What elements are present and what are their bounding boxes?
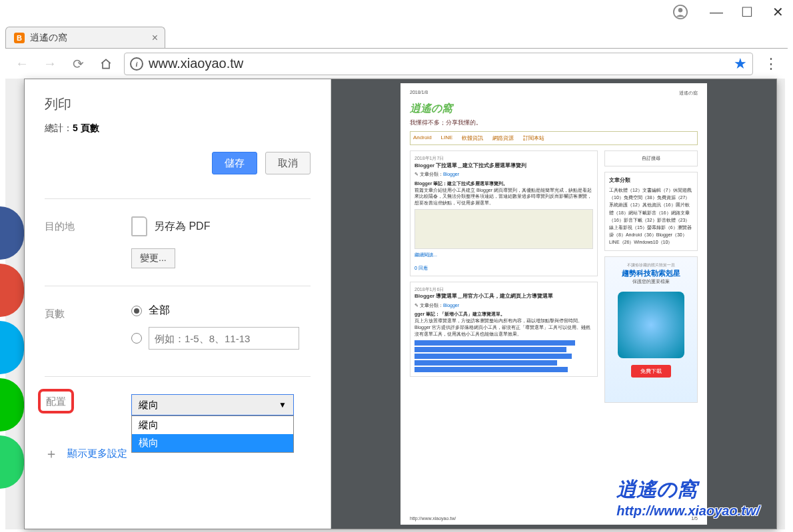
account-icon[interactable] <box>665 0 696 24</box>
right-gutter <box>776 87 785 525</box>
svg-point-1 <box>678 8 682 12</box>
layout-label-highlight: 配置 <box>38 389 74 413</box>
maximize-button[interactable]: ☐ <box>732 0 762 24</box>
site-info-icon[interactable]: i <box>130 57 143 71</box>
radio-icon <box>131 333 142 344</box>
save-button[interactable]: 儲存 <box>212 152 257 174</box>
cancel-button[interactable]: 取消 <box>265 152 311 174</box>
preview-search-box: 自訂搜尋 <box>604 150 698 166</box>
preview-site-name: 逍遙の窩 <box>679 90 698 97</box>
plus-icon: ＋ <box>45 445 58 463</box>
destination-value: 另存為 PDF <box>131 216 311 236</box>
address-bar[interactable]: i www.xiaoyao.tw ★ <box>124 53 753 75</box>
watermark: 逍遙の窩 http://www.xiaoyao.tw/ <box>616 476 760 519</box>
preview-nav: AndroidLINE軟體資訊網路資源訂閱本站 <box>410 131 698 145</box>
destination-label: 目的地 <box>45 216 131 233</box>
more-settings-label: 顯示更多設定 <box>67 447 127 460</box>
pages-custom-option[interactable] <box>131 327 311 350</box>
preview-date: 2018/1/8 <box>410 90 428 97</box>
browser-tab[interactable]: B 逍遙の窩 × <box>5 27 165 48</box>
pdf-icon <box>131 216 147 236</box>
layout-selected-text: 縱向 <box>139 399 159 411</box>
preview-ad: 不讓你珍藏的照片毀於一旦 趨勢科技勒索剋星 保護您的重要檔案 免費下載 <box>604 256 698 403</box>
menu-button[interactable]: ⋮ <box>761 55 781 73</box>
toolbar: ← → ⟳ i www.xiaoyao.tw ★ ⋮ <box>5 48 788 79</box>
minimize-button[interactable]: — <box>701 0 732 24</box>
tab-title: 逍遙の窩 <box>30 32 67 44</box>
layout-select[interactable]: 縱向 ▼ 縱向 橫向 <box>131 394 294 415</box>
url-text: www.xiaoyao.tw <box>149 56 728 71</box>
back-button[interactable]: ← <box>12 54 32 74</box>
forward-button: → <box>40 54 60 74</box>
preview-footer-url: http://www.xiaoyao.tw/ <box>410 516 456 521</box>
print-preview-area: 2018/1/8 逍遙の窩 逍遙の窩 我懂得不多；分享我懂的。 AndroidL… <box>331 79 776 529</box>
change-destination-button[interactable]: 變更... <box>131 248 175 268</box>
pages-label: 頁數 <box>45 304 131 320</box>
favicon-icon: B <box>14 33 25 43</box>
print-settings-panel: 列印 總計：5 頁數 儲存 取消 目的地 另存為 PDF 變更... 頁數 <box>25 79 331 529</box>
preview-page: 2018/1/8 逍遙の窩 逍遙の窩 我懂得不多；分享我懂的。 AndroidL… <box>400 83 707 525</box>
preview-logo: 逍遙の窩 <box>410 102 698 116</box>
bookmark-star-icon[interactable]: ★ <box>734 55 747 73</box>
pages-all-option[interactable]: 全部 <box>131 304 311 318</box>
preview-post-1: 2018年1月7日 Blogger 下拉選單＿建立下拉式多層選單導覽列 ✎ 文章… <box>410 150 598 276</box>
print-dialog: 列印 總計：5 頁數 儲存 取消 目的地 另存為 PDF 變更... 頁數 <box>24 79 777 529</box>
layout-label: 配置 <box>46 396 66 407</box>
layout-dropdown: 縱向 橫向 <box>131 415 294 453</box>
print-title: 列印 <box>45 95 311 113</box>
reload-button[interactable]: ⟳ <box>68 54 88 74</box>
tab-bar: B 逍遙の窩 × <box>5 24 788 48</box>
preview-post-2: 2018年1月6日 Blogger 導覽選單＿用官方小工具，建立網頁上方導覽選單… <box>410 282 598 377</box>
social-bubbles <box>5 206 25 493</box>
home-button[interactable] <box>96 54 116 74</box>
chevron-down-icon: ▼ <box>279 400 287 409</box>
preview-tagline: 我懂得不多；分享我懂的。 <box>410 119 698 127</box>
tab-close-icon[interactable]: × <box>152 32 158 44</box>
print-total: 總計：5 頁數 <box>45 123 311 134</box>
radio-icon <box>131 306 142 316</box>
preview-categories: 文章分類 工具軟體（12）文書編輯（7）休閒遊戲（10）免費空間（38）免費資源… <box>604 172 698 251</box>
pages-all-label: 全部 <box>149 304 170 318</box>
layout-option-portrait[interactable]: 縱向 <box>132 416 293 434</box>
layout-option-landscape[interactable]: 橫向 <box>132 434 293 452</box>
close-window-button[interactable]: ✕ <box>762 0 793 24</box>
layout-select-trigger[interactable]: 縱向 ▼ <box>131 394 294 415</box>
pages-range-input[interactable] <box>149 327 299 350</box>
